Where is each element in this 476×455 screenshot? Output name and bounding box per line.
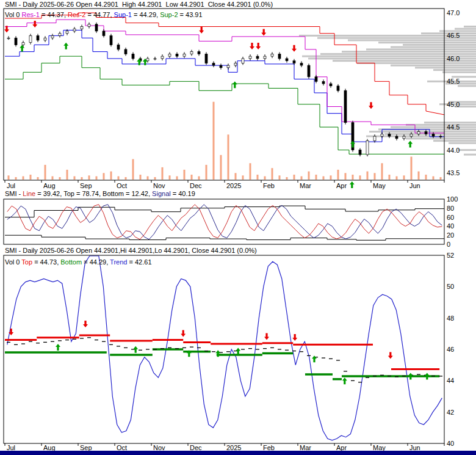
buy-signal-arrow-icon — [312, 355, 317, 362]
x-axis-label: May — [373, 182, 386, 189]
top-band-line — [5, 206, 444, 217]
y-axis-label: 45.0 — [447, 101, 460, 108]
candle-body — [395, 136, 398, 139]
volume-bar — [96, 177, 98, 180]
candle-body — [242, 59, 244, 64]
volume-profile-bar — [391, 126, 476, 128]
y-axis-label: 44.5 — [447, 123, 460, 131]
sell-signal-arrow-icon — [199, 27, 204, 34]
x-axis-label: Nov — [153, 444, 165, 451]
candle-body — [103, 31, 105, 36]
candle-body — [322, 81, 325, 84]
candle-body — [381, 134, 383, 136]
panel-border — [4, 255, 444, 443]
x-axis-label: Jul — [7, 182, 15, 189]
volume-bar — [242, 175, 244, 180]
candle-body — [227, 65, 229, 68]
volume-bar — [30, 175, 32, 180]
volume-bar — [301, 177, 303, 180]
volume-bar — [257, 175, 259, 180]
sell-signal-arrow-icon — [181, 330, 186, 337]
trend-line — [7, 256, 442, 440]
candle-body — [154, 59, 156, 59]
candle-body — [300, 63, 303, 65]
candle-body — [73, 29, 76, 31]
x-axis-label: Sep — [80, 182, 92, 189]
sell-signal-arrow-icon — [83, 321, 88, 327]
y-axis-label: 48 — [447, 315, 454, 322]
chart-canvas[interactable]: 47.046.546.045.545.044.544.043.510080604… — [0, 0, 476, 455]
x-axis-label: Dec — [190, 182, 202, 189]
volume-bar — [425, 175, 427, 180]
volume-profile-bar — [442, 71, 476, 73]
candle-body — [373, 136, 376, 141]
candle-body — [88, 24, 90, 27]
volume-bar — [228, 134, 229, 180]
candle-body — [212, 63, 215, 65]
axis-buy-arrow-icon — [350, 181, 355, 188]
x-axis-label: Oct — [117, 444, 127, 451]
x-axis-label: Aug — [43, 444, 56, 451]
candle-body — [117, 45, 120, 49]
volume-bar — [23, 177, 24, 180]
x-axis-label: Nov — [153, 182, 165, 189]
x-axis-label: Aug — [43, 182, 56, 189]
candle-body — [176, 54, 178, 56]
y-axis-label: 20 — [447, 231, 454, 239]
volume-profile-bar — [406, 124, 476, 126]
x-axis-label: 2025 — [226, 444, 241, 451]
volume-bar — [250, 163, 251, 180]
y-axis-label: 100 — [447, 195, 458, 203]
volume-bar — [440, 177, 442, 180]
volume-bar — [206, 165, 207, 180]
candle-body — [439, 136, 442, 137]
volume-bar — [162, 167, 164, 180]
candle-body — [37, 35, 39, 40]
volume-profile-bar — [342, 51, 476, 53]
volume-bar — [433, 177, 435, 180]
volume-bar — [345, 173, 347, 180]
y-axis-label: 47.0 — [447, 9, 460, 16]
candle-body — [146, 59, 149, 61]
volume-bar — [294, 175, 295, 180]
volume-bar — [169, 175, 171, 180]
volume-bar — [264, 177, 266, 180]
volume-bar — [337, 170, 339, 180]
x-axis-label: Oct — [117, 182, 127, 189]
x-axis-label: Mar — [300, 182, 311, 189]
candle-body — [66, 31, 68, 34]
x-axis-label: Feb — [263, 444, 275, 451]
sell-signal-arrow-icon — [32, 21, 37, 27]
volume-bar — [15, 177, 17, 180]
candle-body — [124, 49, 127, 54]
volume-bar — [67, 170, 68, 180]
candle-body — [81, 27, 83, 29]
candle-body — [198, 52, 200, 54]
candle-body — [308, 65, 310, 77]
x-axis-label: Feb — [263, 182, 275, 189]
buy-signal-arrow-icon — [342, 377, 347, 384]
volume-bar — [132, 159, 134, 180]
sell-signal-arrow-icon — [256, 43, 261, 49]
candle-body — [293, 61, 295, 64]
buy-signal-arrow-icon — [233, 81, 237, 88]
volume-bar — [374, 173, 376, 180]
sell-signal-arrow-icon — [388, 352, 393, 359]
x-axis-label: Jul — [7, 444, 15, 451]
volume-bar — [330, 175, 332, 180]
candle-body — [44, 38, 46, 40]
buy-signal-arrow-icon — [56, 344, 60, 351]
sell-signal-arrow-icon — [264, 333, 269, 340]
volume-profile-bar — [464, 26, 476, 27]
candle-body — [168, 54, 171, 56]
x-axis-label: Mar — [300, 444, 311, 451]
volume-bar — [308, 172, 310, 180]
volume-bar — [279, 175, 281, 180]
y-axis-label: 60 — [447, 214, 454, 221]
bottom-band-line — [5, 235, 444, 240]
volume-bar — [220, 155, 222, 180]
volume-profile-bar — [458, 85, 476, 87]
charting-app-window: 47.046.546.045.545.044.544.043.510080604… — [0, 0, 476, 455]
candle-body — [249, 56, 251, 59]
candle-body — [110, 35, 112, 45]
